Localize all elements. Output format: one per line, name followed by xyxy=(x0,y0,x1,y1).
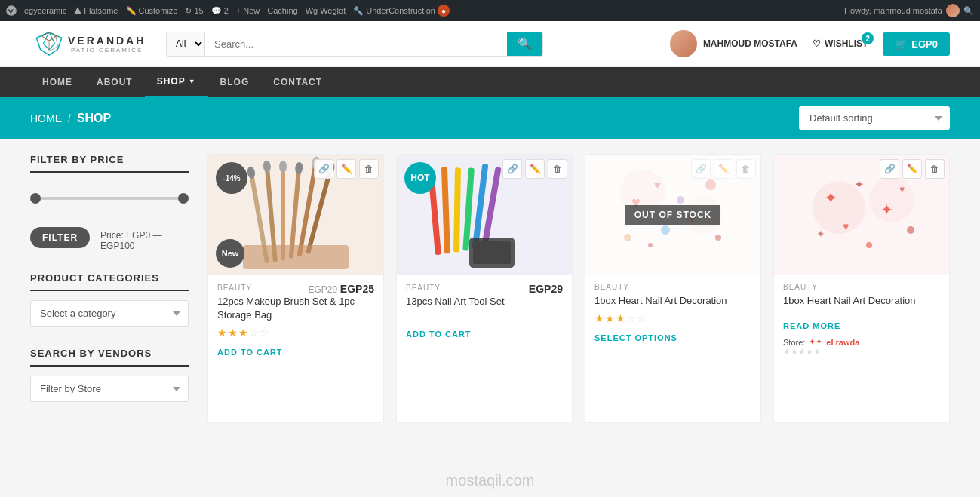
svg-text:✦: ✦ xyxy=(824,189,837,207)
product-overlay-2: 🔗 ✏️ 🗑 xyxy=(502,159,567,179)
product-categories-section: PRODUCT CATEGORIES Select a category xyxy=(30,272,189,327)
product-link-btn-1[interactable]: 🔗 xyxy=(314,159,333,179)
badge-new-1: New xyxy=(216,239,244,268)
breadcrumb: HOME / SHOP xyxy=(30,112,111,125)
svg-point-10 xyxy=(279,161,287,173)
product-category-3: BEAUTY xyxy=(594,283,751,291)
store-label: Store: xyxy=(783,338,805,347)
product-link-btn-4[interactable]: 🔗 xyxy=(880,159,899,179)
svg-text:♥: ♥ xyxy=(843,220,849,232)
product-info-3: BEAUTY 1box Heart Nail Art Decoration ★★… xyxy=(585,275,760,354)
product-prices-1: EGP29 EGP25 xyxy=(309,283,374,295)
product-category-1: BEAUTY xyxy=(217,284,252,292)
cart-button[interactable]: 🛒 EGP0 xyxy=(883,32,950,56)
out-of-stock-overlay-3: OUT OF STOCK xyxy=(585,155,760,275)
cart-icon: 🛒 xyxy=(895,38,907,50)
admin-under-construction[interactable]: 🔧 UnderConstruction ● xyxy=(353,5,450,17)
site-header: VERANDAH PATIO CERAMICS All 🔍 MAHMOUD MO… xyxy=(0,21,980,67)
store-logo-icon: ✦✦ xyxy=(809,337,822,347)
product-stars-1: ★★★☆☆ xyxy=(217,327,374,339)
category-select[interactable]: Select a category xyxy=(30,300,189,327)
admin-comments[interactable]: 💬 2 xyxy=(211,6,229,16)
product-info-4: BEAUTY 1box Heart Nail Art Decoration RE… xyxy=(774,275,949,367)
price-handle-right[interactable] xyxy=(178,193,189,204)
read-more-4[interactable]: READ MORE xyxy=(783,321,840,330)
add-to-cart-2[interactable]: ADD TO CART xyxy=(406,330,472,339)
product-edit-btn-1[interactable]: ✏️ xyxy=(336,159,356,179)
product-overlay-1: 🔗 ✏️ 🗑 xyxy=(314,159,379,179)
wishlist-button[interactable]: ♡ WISHLIST 2 xyxy=(813,38,868,49)
nav-home[interactable]: HOME xyxy=(30,68,84,97)
admin-weglot[interactable]: Wg Weglot xyxy=(306,6,346,15)
sale-percent: -14% xyxy=(223,174,240,183)
heart-icon: ♡ xyxy=(813,38,821,49)
search-input[interactable] xyxy=(205,32,507,56)
search-button[interactable]: 🔍 xyxy=(507,32,542,56)
admin-updates[interactable]: ↻ 15 xyxy=(185,6,203,16)
admin-caching[interactable]: Caching xyxy=(267,6,297,15)
price-handle-left[interactable] xyxy=(30,193,41,204)
product-delete-btn-4[interactable]: 🗑 xyxy=(925,159,945,179)
svg-text:✦: ✦ xyxy=(880,201,893,218)
product-category-4: BEAUTY xyxy=(783,283,940,291)
add-to-cart-1[interactable]: ADD TO CART xyxy=(217,348,283,357)
admin-wp-icon[interactable] xyxy=(6,5,17,16)
price-slider-wrap xyxy=(30,182,189,219)
svg-text:✦: ✦ xyxy=(854,178,864,191)
admin-customize[interactable]: ✏️ Customize xyxy=(126,6,178,16)
svg-point-46 xyxy=(866,242,872,248)
admin-new[interactable]: + New xyxy=(236,6,260,15)
breadcrumb-home[interactable]: HOME xyxy=(30,112,62,124)
wishlist-count: 2 xyxy=(862,32,874,44)
badge-hot-2: HOT xyxy=(404,162,436,194)
main-content: FILTER BY PRICE FILTER Price: EGP0 — EGP… xyxy=(0,139,980,438)
price-range-bar[interactable] xyxy=(30,197,189,200)
product-edit-btn-4[interactable]: ✏️ xyxy=(902,159,922,179)
product-card-2: 🔗 ✏️ 🗑 HOT BEAUTY EGP29 13pcs Nail Art T… xyxy=(396,154,573,423)
product-card-1: 🔗 ✏️ 🗑 -14% New BEAUTY EGP29 EGP25 1 xyxy=(207,154,384,423)
product-image-1: 🔗 ✏️ 🗑 -14% New xyxy=(208,155,383,275)
svg-point-47 xyxy=(907,226,914,234)
select-options-3[interactable]: SELECT OPTIONS xyxy=(594,333,677,342)
vendor-select[interactable]: Filter by Store xyxy=(30,376,189,402)
svg-text:♥: ♥ xyxy=(899,184,905,195)
product-image-2: 🔗 ✏️ 🗑 HOT xyxy=(397,155,572,275)
logo-name: VERANDAH xyxy=(68,35,146,47)
product-info-2: BEAUTY EGP29 13pcs Nail Art Tool Set ADD… xyxy=(397,275,572,350)
logo-sub: PATIO CERAMICS xyxy=(71,47,143,54)
product-edit-btn-2[interactable]: ✏️ xyxy=(525,159,545,179)
search-bar: All 🔍 xyxy=(166,32,543,57)
vendors-title: SEARCH BY VENDORS xyxy=(30,348,189,367)
admin-theme[interactable]: Flatsome xyxy=(74,6,118,15)
store-name-4[interactable]: el rawda xyxy=(826,338,859,347)
product-overlay-4: 🔗 ✏️ 🗑 xyxy=(880,159,945,179)
product-name-4: 1box Heart Nail Art Decoration xyxy=(783,294,940,308)
breadcrumb-bar: HOME / SHOP Default sorting Sort by popu… xyxy=(0,97,980,139)
nav-about[interactable]: ABOUT xyxy=(84,68,145,97)
logo[interactable]: VERANDAH PATIO CERAMICS xyxy=(30,29,151,59)
product-delete-btn-1[interactable]: 🗑 xyxy=(359,159,379,179)
products-grid: 🔗 ✏️ 🗑 -14% New BEAUTY EGP29 EGP25 1 xyxy=(207,154,950,423)
main-nav: HOME ABOUT SHOP ▼ BLOG CONTACT xyxy=(0,67,980,97)
store-stars-4: ★★★★★ xyxy=(783,347,940,357)
admin-site-name[interactable]: egyceramic xyxy=(24,6,66,15)
nav-blog[interactable]: BLOG xyxy=(208,68,262,97)
nav-contact[interactable]: CONTACT xyxy=(261,68,334,97)
user-name: MAHMOUD MOSTAFA xyxy=(703,38,797,49)
product-delete-btn-2[interactable]: 🗑 xyxy=(548,159,567,179)
sort-select[interactable]: Default sorting Sort by popularity Sort … xyxy=(799,106,950,130)
price-old-1: EGP29 xyxy=(309,284,338,295)
search-category-select[interactable]: All xyxy=(167,32,205,56)
out-of-stock-text: OUT OF STOCK xyxy=(625,205,720,225)
cart-total: EGP0 xyxy=(911,38,938,50)
nav-shop[interactable]: SHOP ▼ xyxy=(145,67,208,97)
price-range-fill xyxy=(30,197,189,200)
product-name-1: 12pcs Makeup Brush Set & 1pc Storage Bag xyxy=(217,295,374,322)
admin-search-icon[interactable]: 🔍 xyxy=(963,6,974,16)
svg-rect-14 xyxy=(243,245,349,269)
admin-howdy[interactable]: Howdy, mahmoud mostafa 🔍 xyxy=(844,4,974,17)
product-link-btn-2[interactable]: 🔗 xyxy=(502,159,522,179)
user-section[interactable]: MAHMOUD MOSTAFA xyxy=(670,30,797,57)
product-name-3: 1box Heart Nail Art Decoration xyxy=(594,294,751,308)
filter-button[interactable]: FILTER xyxy=(30,227,90,248)
